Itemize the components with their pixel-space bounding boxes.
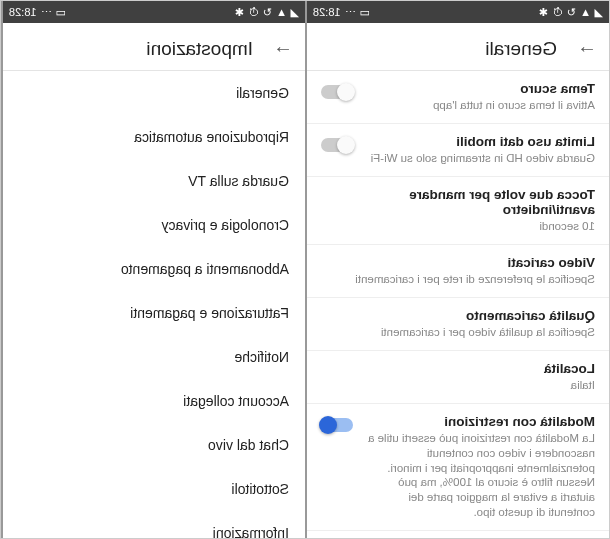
sq-icon: ▭	[360, 7, 370, 18]
setting-location[interactable]: Località Italia	[307, 351, 609, 404]
alarm-icon: ⏱	[248, 7, 259, 18]
sync-icon: ↻	[263, 7, 272, 18]
more-icon: ⋯	[41, 7, 52, 18]
menu-item-paid-subs[interactable]: Abbonamenti a pagamento	[3, 247, 305, 291]
setting-uploads[interactable]: Video caricati Specifica le preferenze d…	[307, 245, 609, 298]
setting-subtitle: Guarda video HD in streaming solo su Wi-…	[363, 151, 595, 166]
setting-title: Qualità caricamento	[321, 308, 595, 323]
setting-title: Tema scuro	[363, 81, 595, 96]
setting-dark-theme[interactable]: Tema scuro Attiva il tema scuro in tutta…	[307, 71, 609, 124]
status-time: 18:28	[313, 6, 341, 18]
setting-title: Video caricati	[321, 255, 595, 270]
toggle-dark-theme[interactable]	[321, 85, 353, 99]
screen-general: ◢ ▲ ↻ ⏱ ✱ ▭ ⋯ 18:28 ← Generali Tema scur…	[305, 1, 609, 538]
bluetooth-icon: ✱	[235, 7, 244, 18]
menu-item-notifications[interactable]: Notifiche	[3, 335, 305, 379]
menu-item-billing[interactable]: Fatturazione e pagamenti	[3, 291, 305, 335]
toggle-restricted-mode[interactable]	[321, 418, 353, 432]
setting-title: Tocca due volte per mandare avanti/indie…	[321, 187, 595, 217]
header-general: ← Generali	[307, 23, 609, 70]
setting-double-tap[interactable]: Tocca due volte per mandare avanti/indie…	[307, 177, 609, 245]
menu-item-general[interactable]: Generali	[3, 71, 305, 115]
wifi-icon: ◢	[291, 7, 299, 18]
more-icon: ⋯	[345, 7, 356, 18]
setting-subtitle: La Modalità con restrizioni può esserti …	[363, 431, 595, 521]
setting-title: Località	[321, 361, 595, 376]
menu-list: Generali Riproduzione automatica Guarda …	[3, 71, 305, 538]
back-icon[interactable]: ←	[273, 37, 293, 60]
menu-item-live-chat[interactable]: Chat dal vivo	[3, 423, 305, 467]
header-settings: ← Impostazioni	[3, 23, 305, 70]
sync-icon: ↻	[567, 7, 576, 18]
status-bar: ◢ ▲ ↻ ⏱ ✱ ▭ ⋯ 18:28	[3, 1, 305, 23]
setting-subtitle: Attiva il tema scuro in tutta l'app	[363, 98, 595, 113]
back-icon[interactable]: ←	[577, 37, 597, 60]
setting-title: Limita uso dati mobili	[363, 134, 595, 149]
settings-list: Tema scuro Attiva il tema scuro in tutta…	[307, 71, 609, 538]
sq-icon: ▭	[56, 7, 66, 18]
status-time: 18:28	[9, 6, 37, 18]
status-bar: ◢ ▲ ↻ ⏱ ✱ ▭ ⋯ 18:28	[307, 1, 609, 23]
signal-icon: ▲	[580, 7, 591, 18]
setting-limit-data[interactable]: Limita uso dati mobili Guarda video HD i…	[307, 124, 609, 177]
menu-item-subtitles[interactable]: Sottotitoli	[3, 467, 305, 511]
setting-subtitle: Italia	[321, 378, 595, 393]
toggle-limit-data[interactable]	[321, 138, 353, 152]
bluetooth-icon: ✱	[539, 7, 548, 18]
menu-item-about[interactable]: Informazioni	[3, 511, 305, 538]
menu-item-autoplay[interactable]: Riproduzione automatica	[3, 115, 305, 159]
page-title: Generali	[485, 38, 557, 60]
setting-subtitle: Specifica le preferenze di rete per i ca…	[321, 272, 595, 287]
signal-icon: ▲	[276, 7, 287, 18]
menu-item-history-privacy[interactable]: Cronologia e privacy	[3, 203, 305, 247]
screen-settings: ◢ ▲ ↻ ⏱ ✱ ▭ ⋯ 18:28 ← Impostazioni Gener…	[1, 1, 305, 538]
setting-subtitle: 10 secondi	[321, 219, 595, 234]
alarm-icon: ⏱	[552, 7, 563, 18]
setting-upload-quality[interactable]: Qualità caricamento Specifica la qualità…	[307, 298, 609, 351]
setting-nerd-stats[interactable]: Attiva le statistiche per nerd	[307, 531, 609, 538]
setting-title: Modalità con restrizioni	[363, 414, 595, 429]
menu-item-watch-tv[interactable]: Guarda sulla TV	[3, 159, 305, 203]
menu-item-linked-accounts[interactable]: Account collegati	[3, 379, 305, 423]
setting-restricted-mode[interactable]: Modalità con restrizioni La Modalità con…	[307, 404, 609, 532]
setting-subtitle: Specifica la qualità video per i caricam…	[321, 325, 595, 340]
wifi-icon: ◢	[595, 7, 603, 18]
page-title: Impostazioni	[146, 38, 253, 60]
